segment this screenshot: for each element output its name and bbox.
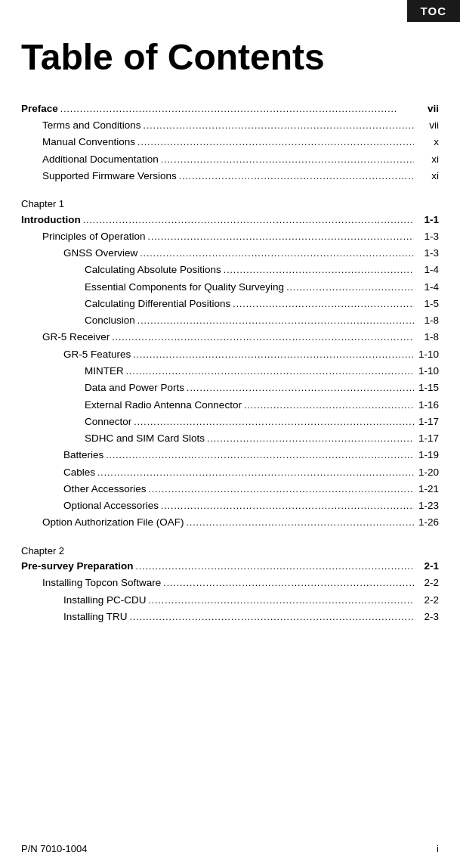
entry-dots: ........................................… — [106, 448, 414, 463]
entry-dots: ........................................… — [224, 263, 414, 278]
entry-label: GR-5 Receiver — [42, 329, 110, 346]
toc-entry: Batteries ..............................… — [63, 447, 439, 463]
toc-entry: Essential Components for Quality Surveyi… — [85, 279, 439, 296]
entry-dots: ........................................… — [207, 432, 414, 447]
entry-page: 2-2 — [416, 592, 439, 609]
entry-dots: ........................................… — [161, 153, 414, 168]
toc-entry: External Radio Antenna Connector .......… — [85, 397, 439, 414]
entry-page: 1-23 — [416, 498, 439, 514]
entry-page: 1-1 — [416, 212, 439, 228]
entry-dots: ........................................… — [149, 482, 414, 498]
entry-page: 1-16 — [416, 397, 439, 414]
entry-label: SDHC and SIM Card Slots — [85, 430, 205, 447]
footer: P/N 7010-1004 i — [21, 843, 439, 854]
entry-page: 1-10 — [416, 363, 439, 380]
entry-dots: ........................................… — [97, 466, 414, 481]
entry-label: Introduction — [21, 212, 81, 228]
entry-page: 1-15 — [416, 380, 439, 396]
toc-entry: SDHC and SIM Card Slots ................… — [85, 430, 439, 447]
entry-page: 1-3 — [416, 245, 439, 262]
toc-entry: Installing TRU .........................… — [63, 609, 439, 625]
entry-label: Calculating Differential Positions — [85, 296, 230, 312]
entry-label: Installing TRU — [63, 609, 128, 625]
entry-dots: ........................................… — [136, 560, 414, 575]
toc-entry: Other Accessories ......................… — [63, 481, 439, 498]
entry-page: vii — [416, 101, 439, 117]
entry-label: Other Accessories — [63, 481, 147, 498]
entry-dots: ........................................… — [144, 119, 414, 134]
toc-content: Preface ................................… — [21, 101, 439, 625]
entry-dots: ........................................… — [233, 297, 414, 312]
entry-page: 1-4 — [416, 262, 439, 278]
entry-label: Optional Accessories — [63, 498, 159, 514]
page-title: Table of Contents — [21, 38, 460, 78]
entry-page: 1-17 — [416, 430, 439, 447]
toc-entry: Connector ..............................… — [85, 414, 439, 430]
footer-right: i — [437, 843, 439, 854]
entry-page: xi — [416, 168, 439, 184]
footer-left: P/N 7010-1004 — [21, 843, 87, 854]
entry-label: Preface — [21, 101, 58, 117]
entry-label: External Radio Antenna Connector — [85, 397, 242, 414]
entry-label: Installing Topcon Software — [42, 575, 161, 591]
toc-entry: GNSS Overview ..........................… — [63, 245, 439, 262]
toc-entry: GR-5 Receiver ..........................… — [42, 329, 439, 346]
entry-page: 2-2 — [416, 575, 439, 591]
entry-dots: ........................................… — [134, 415, 414, 430]
entry-dots: ........................................… — [126, 364, 414, 380]
entry-dots: ........................................… — [112, 330, 414, 346]
toc-entry: MINTER .................................… — [85, 363, 439, 380]
entry-page: 1-19 — [416, 447, 439, 463]
toc-entry: Supported Firmware Versions ............… — [42, 168, 439, 184]
entry-label: GR-5 Features — [63, 346, 131, 363]
entry-page: 1-5 — [416, 296, 439, 312]
toc-entry: Introduction ...........................… — [21, 212, 439, 228]
entry-dots: ........................................… — [137, 135, 414, 150]
entry-dots: ........................................… — [140, 246, 414, 262]
entry-label: Connector — [85, 414, 131, 430]
chapter-label: Chapter 2 — [21, 545, 64, 556]
entry-page: 1-8 — [416, 329, 439, 346]
entry-label: Terms and Conditions — [42, 117, 141, 134]
entry-page: 2-1 — [416, 558, 439, 575]
entry-dots: ........................................… — [179, 169, 414, 184]
entry-dots: ........................................… — [149, 594, 414, 609]
entry-label: Batteries — [63, 447, 103, 463]
entry-page: 1-8 — [416, 312, 439, 329]
chapter-label: Chapter 1 — [21, 198, 64, 209]
entry-label: Manual Conventions — [42, 134, 135, 150]
entry-label: GNSS Overview — [63, 245, 137, 262]
entry-dots: ........................................… — [148, 230, 414, 245]
toc-entry: Additional Documentation ...............… — [42, 151, 439, 168]
toc-entry: Conclusion .............................… — [85, 312, 439, 329]
entry-label: Cables — [63, 464, 95, 481]
entry-dots: ........................................… — [60, 102, 414, 117]
toc-entry: Pre-survey Preparation .................… — [21, 558, 439, 575]
entry-page: vii — [416, 117, 439, 134]
entry-page: 2-3 — [416, 609, 439, 625]
toc-entry: Installing Topcon Software .............… — [42, 575, 439, 591]
entry-page: xi — [416, 151, 439, 168]
entry-dots: ........................................… — [244, 398, 414, 414]
entry-dots: ........................................… — [163, 576, 414, 591]
entry-page: 1-20 — [416, 464, 439, 481]
toc-entry: Terms and Conditions ...................… — [42, 117, 439, 134]
entry-dots: ........................................… — [83, 213, 414, 228]
toc-tab: TOC — [407, 0, 460, 22]
toc-entry: Calculating Absolute Positions .........… — [85, 262, 439, 278]
toc-entry: Chapter 1 — [21, 197, 439, 212]
entry-dots: ........................................… — [161, 499, 414, 514]
entry-dots: ........................................… — [133, 348, 414, 363]
toc-entry: Installing PC-CDU ......................… — [63, 592, 439, 609]
entry-label: Option Authorization File (OAF) — [42, 514, 184, 531]
entry-dots: ........................................… — [137, 314, 414, 329]
entry-label: Supported Firmware Versions — [42, 168, 177, 184]
toc-entry: Manual Conventions .....................… — [42, 134, 439, 150]
entry-label: Essential Components for Quality Surveyi… — [85, 279, 284, 296]
toc-entry: Cables .................................… — [63, 464, 439, 481]
toc-entry: Principles of Operation ................… — [42, 228, 439, 245]
entry-label: Additional Documentation — [42, 151, 159, 168]
entry-dots: ........................................… — [187, 516, 414, 531]
toc-entry: Preface ................................… — [21, 101, 439, 117]
entry-label: Data and Power Ports — [85, 380, 184, 396]
